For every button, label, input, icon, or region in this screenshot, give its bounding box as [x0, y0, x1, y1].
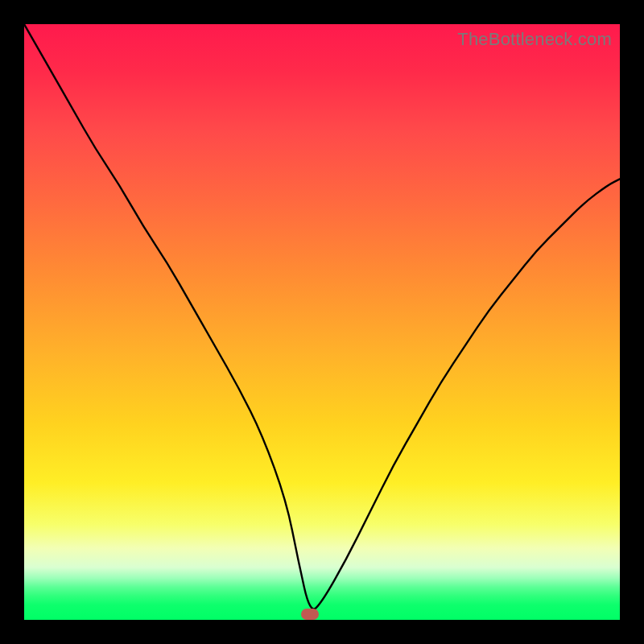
- bottleneck-curve: [24, 24, 620, 620]
- curve-path: [24, 24, 620, 609]
- plot-area: TheBottleneck.com: [24, 24, 620, 620]
- optimal-marker: [301, 609, 319, 620]
- chart-frame: TheBottleneck.com: [0, 0, 644, 644]
